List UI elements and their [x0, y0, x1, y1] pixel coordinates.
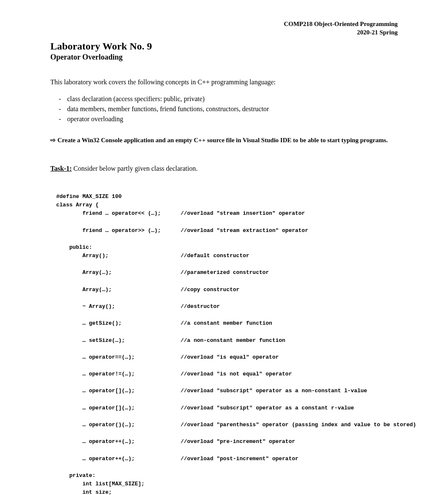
term: 2020-21 Spring [50, 29, 398, 37]
page-title: Laboratory Work No. 9 [50, 41, 398, 52]
code-line: … operator!=(…); //overload "is not equa… [56, 370, 398, 378]
code-line: Array(); //default constructor [56, 252, 398, 260]
code-line: friend … operator<< (…); //overload "str… [56, 209, 398, 218]
code-line: … operator[](…); //overload "subscript" … [56, 387, 398, 395]
instruction-line: ⇨Create a Win32 Console application and … [50, 136, 398, 144]
code-line: … operator[](…); //overload "subscript" … [56, 404, 398, 412]
concept-item: class declaration (access specifiers: pu… [59, 95, 398, 103]
instruction-text: Create a Win32 Console application and a… [57, 137, 388, 143]
concepts-list: class declaration (access specifiers: pu… [59, 95, 398, 123]
code-line: ~ Array(); //destructor [56, 302, 398, 311]
intro-text: This laboratory work covers the followin… [50, 78, 398, 86]
task-label: Task-1: [50, 165, 72, 172]
code-line: int size; [56, 489, 112, 495]
code-block: #define MAX_SIZE 100 class Array { frien… [56, 184, 398, 495]
code-line: Array(…); //parameterized constructor [56, 268, 398, 277]
code-line: … operator++(…); //overload "post-increm… [56, 455, 398, 463]
header-block: COMP218 Object-Oriented Programming 2020… [50, 20, 398, 36]
code-line: public: [56, 244, 92, 250]
code-line: … getSize(); //a constant member functio… [56, 319, 398, 328]
code-line: Array(…); //copy constructor [56, 286, 398, 294]
task-text: Consider below partly given class declar… [72, 165, 198, 172]
document-page: COMP218 Object-Oriented Programming 2020… [0, 0, 448, 495]
concept-item: operator overloading [59, 115, 398, 123]
code-line: … operator()(…); //overload "parenthesis… [56, 421, 398, 429]
course-code: COMP218 Object-Oriented Programming [50, 20, 398, 29]
code-line: … setSize(…); //a non-constant member fu… [56, 336, 398, 345]
code-line: #define MAX_SIZE 100 [56, 193, 122, 200]
code-line: friend … operator>> (…); //overload "str… [56, 227, 398, 235]
code-line: int list[MAX_SIZE]; [56, 481, 145, 487]
arrow-right-icon: ⇨ [50, 136, 56, 144]
code-line: … operator++(…); //overload "pre-increme… [56, 438, 398, 446]
code-line: private: [56, 472, 96, 479]
concept-item: data members, member functions, friend f… [59, 105, 398, 113]
task-heading: Task-1: Consider below partly given clas… [50, 165, 398, 172]
page-subtitle: Operator Overloading [50, 53, 398, 62]
code-line: … operator==(…); //overload "is equal" o… [56, 353, 398, 362]
code-line: class Array { [56, 202, 99, 208]
